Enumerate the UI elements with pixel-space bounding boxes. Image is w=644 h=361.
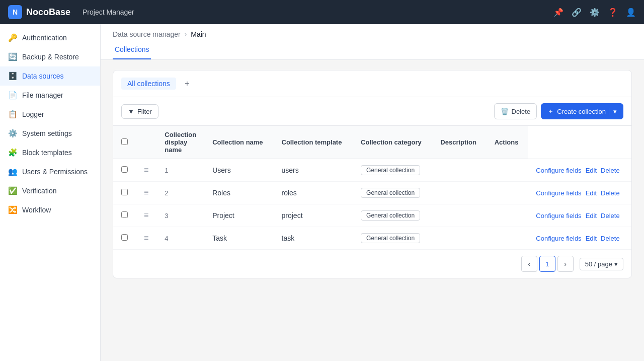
create-dropdown-icon[interactable]: ▾ xyxy=(609,108,617,115)
sidebar-item-verification[interactable]: ✅ Verification xyxy=(0,181,100,200)
row-actions: Configure fields Edit Delete xyxy=(528,204,631,227)
sub-tab-all-collections[interactable]: All collections xyxy=(121,78,176,90)
toolbar: ▼ Filter 🗑️ Delete ＋ Create collection ▾ xyxy=(113,97,631,126)
page-size-dropdown-icon: ▾ xyxy=(614,260,618,268)
workflow-icon: 🔀 xyxy=(8,205,17,214)
settings-icon[interactable]: ⚙️ xyxy=(590,8,600,17)
table-row: ≡ 3 Project project General collection C… xyxy=(113,204,631,227)
select-all-checkbox[interactable] xyxy=(121,138,128,145)
sidebar-item-label: Authentication xyxy=(22,34,67,42)
row-num: 2 xyxy=(156,182,204,204)
sidebar-item-data-sources[interactable]: 🗄️ Data sources xyxy=(0,66,100,86)
configure-fields-link[interactable]: Configure fields xyxy=(536,167,581,174)
sidebar-item-label: Data sources xyxy=(22,72,63,80)
table-area: All collections + ▼ Filter 🗑️ Del xyxy=(101,60,644,361)
edit-link[interactable]: Edit xyxy=(586,235,597,242)
row-name: task xyxy=(274,227,353,250)
content-area: Data source manager › Main Collections A… xyxy=(101,24,644,361)
user-icon[interactable]: 👤 xyxy=(626,8,636,17)
col-header-category: Collection category xyxy=(353,126,432,159)
breadcrumb-parent[interactable]: Data source manager xyxy=(113,30,181,38)
row-checkbox[interactable] xyxy=(121,234,128,241)
delete-link[interactable]: Delete xyxy=(601,189,620,197)
row-description xyxy=(487,159,528,182)
topbar-icons: 📌 🔗 ⚙️ ❓ 👤 xyxy=(553,8,636,17)
help-icon[interactable]: ❓ xyxy=(608,8,618,17)
sidebar-item-workflow[interactable]: 🔀 Workflow xyxy=(0,200,100,220)
file-manager-icon: 📄 xyxy=(8,91,17,100)
edit-link[interactable]: Edit xyxy=(586,212,597,220)
main-layout: 🔑 Authentication 🔄 Backup & Restore 🗄️ D… xyxy=(0,24,644,361)
app-name: Project Manager xyxy=(83,8,134,16)
breadcrumb-separator: › xyxy=(185,30,187,38)
row-checkbox-cell xyxy=(113,227,136,250)
row-drag-handle[interactable]: ≡ xyxy=(136,159,156,182)
row-category xyxy=(432,182,486,204)
add-sub-tab-button[interactable]: + xyxy=(180,77,194,91)
configure-fields-link[interactable]: Configure fields xyxy=(536,235,581,242)
row-checkbox[interactable] xyxy=(121,166,128,173)
sidebar-item-label: Block templates xyxy=(22,149,72,157)
prev-page-button[interactable]: ‹ xyxy=(521,256,537,272)
configure-fields-link[interactable]: Configure fields xyxy=(536,189,581,197)
checkbox-col-header xyxy=(113,126,136,159)
plugin-icon[interactable]: 🔗 xyxy=(572,8,582,17)
backup-icon: 🔄 xyxy=(8,52,17,61)
table-row: ≡ 4 Task task General collection Configu… xyxy=(113,227,631,250)
sidebar-item-label: Logger xyxy=(22,110,44,118)
delete-link[interactable]: Delete xyxy=(601,212,620,220)
row-display-name: Task xyxy=(204,227,273,250)
create-collection-button[interactable]: ＋ Create collection ▾ xyxy=(541,103,623,119)
row-name: roles xyxy=(274,182,353,204)
row-actions: Configure fields Edit Delete xyxy=(528,227,631,250)
sidebar-item-logger[interactable]: 📋 Logger xyxy=(0,105,100,124)
row-category xyxy=(432,227,486,250)
row-checkbox[interactable] xyxy=(121,211,128,218)
sidebar-item-system-settings[interactable]: ⚙️ System settings xyxy=(0,124,100,143)
row-drag-handle[interactable]: ≡ xyxy=(136,227,156,250)
sidebar-item-users-permissions[interactable]: 👥 Users & Permissions xyxy=(0,162,100,181)
next-page-button[interactable]: › xyxy=(557,256,574,272)
col-header-name: Collection name xyxy=(204,126,273,159)
sidebar: 🔑 Authentication 🔄 Backup & Restore 🗄️ D… xyxy=(0,24,101,361)
collections-table: Collection display name Collection name … xyxy=(113,126,631,250)
tab-collections[interactable]: Collections xyxy=(113,40,151,59)
logo[interactable]: N NocoBase xyxy=(8,5,70,19)
edit-link[interactable]: Edit xyxy=(586,167,597,174)
row-drag-handle[interactable]: ≡ xyxy=(136,182,156,204)
col-header-description: Description xyxy=(432,126,486,159)
configure-fields-link[interactable]: Configure fields xyxy=(536,212,581,220)
edit-link[interactable]: Edit xyxy=(586,189,597,197)
sidebar-item-label: File manager xyxy=(22,91,63,99)
logger-icon: 📋 xyxy=(8,110,17,119)
sidebar-item-label: Backup & Restore xyxy=(22,53,79,61)
row-checkbox-cell xyxy=(113,204,136,227)
page-size-selector[interactable]: 50 / page ▾ xyxy=(580,258,623,270)
logo-text: NocoBase xyxy=(26,7,70,18)
sidebar-item-label: Workflow xyxy=(22,206,51,214)
sidebar-item-block-templates[interactable]: 🧩 Block templates xyxy=(0,143,100,162)
sidebar-item-backup-restore[interactable]: 🔄 Backup & Restore xyxy=(0,47,100,66)
page-header: Data source manager › Main Collections xyxy=(101,24,644,60)
delete-button[interactable]: 🗑️ Delete xyxy=(494,103,537,119)
row-checkbox-cell xyxy=(113,159,136,182)
pin-icon[interactable]: 📌 xyxy=(553,8,564,17)
row-num: 3 xyxy=(156,204,204,227)
toolbar-left: ▼ Filter xyxy=(121,104,158,119)
system-settings-icon: ⚙️ xyxy=(8,129,17,138)
row-category xyxy=(432,204,486,227)
current-page-button[interactable]: 1 xyxy=(539,256,555,272)
row-checkbox[interactable] xyxy=(121,189,128,195)
row-description xyxy=(487,182,528,204)
sidebar-item-file-manager[interactable]: 📄 File manager xyxy=(0,86,100,105)
delete-link[interactable]: Delete xyxy=(601,167,620,174)
row-drag-handle[interactable]: ≡ xyxy=(136,204,156,227)
block-templates-icon: 🧩 xyxy=(8,148,17,157)
sidebar-item-authentication[interactable]: 🔑 Authentication xyxy=(0,28,100,47)
col-header-template: Collection template xyxy=(274,126,353,159)
row-display-name: Project xyxy=(204,204,273,227)
delete-link[interactable]: Delete xyxy=(601,235,620,242)
verification-icon: ✅ xyxy=(8,186,17,195)
col-header-display-name xyxy=(136,126,156,159)
filter-button[interactable]: ▼ Filter xyxy=(121,104,158,119)
